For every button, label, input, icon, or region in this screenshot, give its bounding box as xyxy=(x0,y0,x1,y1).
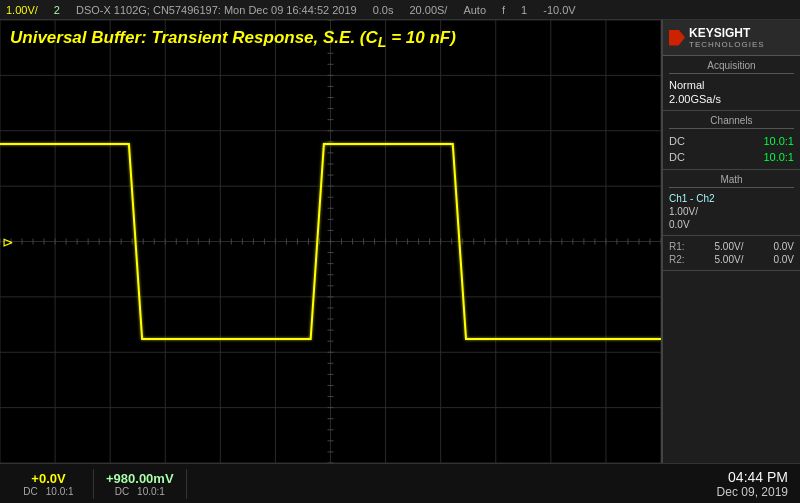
math-formula: Ch1 - Ch2 xyxy=(669,192,794,205)
trigger-icon: f xyxy=(502,4,505,16)
r2-row: R2: 5.00V/ 0.0V xyxy=(669,253,794,266)
bottom-bar: +0.0V DC 10.0:1 +980.00mV DC 10.0:1 04:4… xyxy=(0,463,800,503)
r1-volt: 5.00V/ xyxy=(715,241,744,252)
clock-date: Dec 09, 2019 xyxy=(717,485,788,499)
math-title: Math xyxy=(669,174,794,188)
r1-row: R1: 5.00V/ 0.0V xyxy=(669,240,794,253)
channels-title: Channels xyxy=(669,115,794,129)
right-panel: KEYSIGHT TECHNOLOGIES Acquisition Normal… xyxy=(662,20,800,463)
ch2-bottom-block: +980.00mV DC 10.0:1 xyxy=(94,469,187,499)
logo-area: KEYSIGHT TECHNOLOGIES xyxy=(663,20,800,56)
ch1-volts: 10.0:1 xyxy=(763,135,794,147)
ch2-volts: 10.0:1 xyxy=(763,151,794,163)
ch1-meta: DC 10.0:1 xyxy=(23,486,73,497)
ch2-bottom-coupling: DC xyxy=(115,486,129,497)
main-area: Universal Buffer: Transient Response, S.… xyxy=(0,20,800,463)
scope-screen[interactable]: Universal Buffer: Transient Response, S.… xyxy=(0,20,662,463)
acquisition-rate-row: 2.00GSa/s xyxy=(669,92,794,106)
math-section: Math Ch1 - Ch2 1.00V/ 0.0V xyxy=(663,170,800,236)
trigger-marker: ⊳ xyxy=(2,234,14,250)
trigger-level: -10.0V xyxy=(543,4,575,16)
logo-text: KEYSIGHT TECHNOLOGIES xyxy=(689,26,765,49)
math-volt-div: 1.00V/ xyxy=(669,205,794,218)
scope-canvas xyxy=(0,20,661,463)
r1-offset: 0.0V xyxy=(773,241,794,252)
ch2-meta: DC 10.0:1 xyxy=(115,486,165,497)
acquisition-mode: Normal xyxy=(669,79,704,91)
r2-label: R2: xyxy=(669,254,685,265)
time-pos: 0.0s xyxy=(373,4,394,16)
r1-label: R1: xyxy=(669,241,685,252)
acquisition-title: Acquisition xyxy=(669,60,794,74)
trigger-mode: Auto xyxy=(463,4,486,16)
acquisition-mode-row: Normal xyxy=(669,78,794,92)
ch2-bottom-probe: 10.0:1 xyxy=(137,486,165,497)
model-serial: DSO-X 1102G; CN57496197: Mon Dec 09 16:4… xyxy=(76,4,357,16)
channels-section: Channels DC 10.0:1 DC 10.0:1 xyxy=(663,111,800,170)
top-bar: 1.00V/ 2 DSO-X 1102G; CN57496197: Mon De… xyxy=(0,0,800,20)
brand-sub: TECHNOLOGIES xyxy=(689,40,765,49)
acquisition-section: Acquisition Normal 2.00GSa/s xyxy=(663,56,800,111)
trigger-ch: 1 xyxy=(521,4,527,16)
ch1-bottom-block: +0.0V DC 10.0:1 xyxy=(4,469,94,499)
ch2-indicator: 2 xyxy=(54,4,60,16)
ch1-coupling: DC xyxy=(669,135,685,147)
sample-rate: 20.00S/ xyxy=(409,4,447,16)
ch2-coupling: DC xyxy=(669,151,685,163)
ch1-row: DC 10.0:1 xyxy=(669,133,794,149)
math-offset: 0.0V xyxy=(669,218,794,231)
r2-volt: 5.00V/ xyxy=(715,254,744,265)
ch1-voltage: +0.0V xyxy=(31,471,65,486)
acquisition-rate: 2.00GSa/s xyxy=(669,93,721,105)
ch2-voltage: +980.00mV xyxy=(106,471,174,486)
clock-display: 04:44 PM Dec 09, 2019 xyxy=(709,467,796,501)
ch1-bottom-probe: 10.0:1 xyxy=(46,486,74,497)
brand-name: KEYSIGHT xyxy=(689,26,765,40)
keysight-logo-icon xyxy=(669,30,685,46)
ch2-row: DC 10.0:1 xyxy=(669,149,794,165)
ref-section: R1: 5.00V/ 0.0V R2: 5.00V/ 0.0V xyxy=(663,236,800,271)
r2-offset: 0.0V xyxy=(773,254,794,265)
ch1-bottom-coupling: DC xyxy=(23,486,37,497)
ch1-scale: 1.00V/ xyxy=(6,4,38,16)
clock-time: 04:44 PM xyxy=(717,469,788,485)
